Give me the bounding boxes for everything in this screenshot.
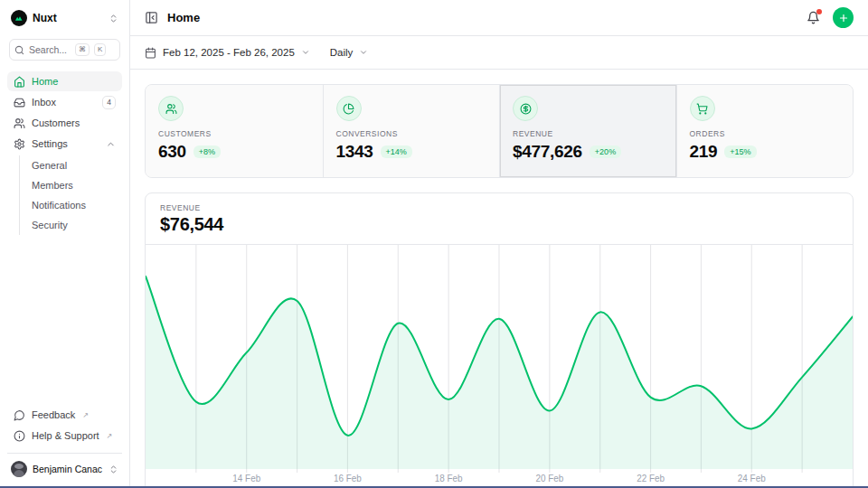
chart-title: REVENUE (160, 203, 838, 212)
search-icon (14, 45, 24, 55)
users-icon (158, 96, 184, 121)
period-value: Daily (330, 47, 354, 58)
stat-change-badge: +8% (193, 145, 221, 158)
sidebar-nav: Home Inbox 4 Customers Settings (7, 71, 122, 236)
inbox-icon (14, 97, 25, 108)
workspace-name: Nuxt (33, 12, 103, 24)
stat-change-badge: +15% (724, 145, 756, 158)
revenue-chart-card: REVENUE $76,544 14 Feb16 Feb18 Feb20 Feb… (145, 192, 854, 488)
sidebar-item-settings[interactable]: Settings (7, 134, 122, 154)
stat-label: REVENUE (513, 129, 664, 138)
svg-text:22 Feb: 22 Feb (637, 474, 665, 483)
info-circle-icon (14, 430, 25, 442)
svg-text:24 Feb: 24 Feb (738, 474, 766, 483)
feedback-link[interactable]: Feedback↗ (7, 405, 122, 425)
gear-icon (14, 138, 25, 150)
stat-value: 219 (690, 142, 718, 162)
sidebar: Nuxt ⌘ K Home Inbo (0, 0, 130, 488)
filter-toolbar: Feb 12, 2025 - Feb 26, 2025 Daily (130, 36, 868, 70)
sidebar-item-customers[interactable]: Customers (7, 113, 122, 133)
dashboard-content: CUSTOMERS 630 +8% CONVERSIONS 1343 +14% (130, 70, 868, 488)
period-select[interactable]: Daily (330, 47, 369, 58)
pie-chart-icon (336, 96, 362, 121)
date-range-picker[interactable]: Feb 12, 2025 - Feb 26, 2025 (145, 47, 310, 59)
search-input[interactable]: ⌘ K (9, 39, 120, 61)
collapse-sidebar-button[interactable] (145, 11, 158, 24)
stat-change-badge: +14% (381, 145, 412, 158)
sidebar-item-label: Customers (32, 117, 80, 128)
chevron-down-icon (359, 48, 368, 57)
svg-text:20 Feb: 20 Feb (535, 474, 563, 483)
workspace-switcher[interactable]: Nuxt (7, 7, 122, 29)
chevrons-up-down-icon (108, 14, 118, 23)
add-button[interactable] (833, 7, 854, 28)
sidebar-item-notifications[interactable]: Notifications (20, 195, 122, 215)
chevron-down-icon (301, 48, 310, 57)
calendar-icon (145, 47, 156, 59)
message-circle-icon (14, 409, 25, 421)
stat-card-customers[interactable]: CUSTOMERS 630 +8% (146, 85, 323, 177)
svg-text:14 Feb: 14 Feb (232, 474, 260, 483)
date-range-value: Feb 12, 2025 - Feb 26, 2025 (163, 47, 295, 58)
stats-row: CUSTOMERS 630 +8% CONVERSIONS 1343 +14% (145, 84, 854, 178)
stat-label: CONVERSIONS (336, 129, 487, 138)
app-window: Nuxt ⌘ K Home Inbo (0, 0, 868, 488)
help-support-label: Help & Support (32, 430, 99, 441)
help-support-link[interactable]: Help & Support↗ (7, 426, 122, 446)
stat-value: 1343 (336, 142, 373, 162)
main-header: Home (130, 0, 868, 36)
users-icon (14, 117, 25, 129)
chevrons-up-down-icon (108, 465, 118, 474)
stat-card-conversions[interactable]: CONVERSIONS 1343 +14% (323, 85, 500, 177)
shopping-cart-icon (690, 96, 715, 121)
chevron-up-icon (106, 139, 116, 149)
stat-label: ORDERS (690, 129, 841, 138)
svg-text:16 Feb: 16 Feb (334, 474, 362, 483)
kbd-k: K (94, 43, 106, 56)
stat-label: CUSTOMERS (158, 129, 310, 138)
stat-value: 630 (158, 142, 186, 162)
stat-change-badge: +20% (590, 145, 621, 158)
circle-dollar-icon (513, 96, 538, 121)
sidebar-item-label: Settings (32, 138, 68, 149)
settings-subnav: General Members Notifications Security (19, 155, 122, 235)
chart-current-value: $76,544 (160, 214, 838, 235)
header-actions (807, 7, 854, 28)
sidebar-item-label: Home (32, 76, 58, 87)
avatar (11, 461, 27, 477)
plus-icon (838, 13, 849, 23)
sidebar-item-home[interactable]: Home (7, 71, 122, 91)
search-field[interactable] (29, 44, 71, 55)
notifications-button[interactable] (807, 11, 820, 24)
user-menu[interactable]: Benjamin Canac (7, 453, 122, 479)
sidebar-item-inbox[interactable]: Inbox 4 (7, 92, 122, 112)
sidebar-item-members[interactable]: Members (20, 175, 122, 195)
stat-card-orders[interactable]: ORDERS 219 +15% (676, 85, 854, 177)
home-icon (14, 76, 25, 88)
svg-text:18 Feb: 18 Feb (435, 474, 463, 483)
stat-value: $477,626 (513, 142, 582, 162)
revenue-chart[interactable]: 14 Feb16 Feb18 Feb20 Feb22 Feb24 Feb (146, 245, 853, 487)
notification-dot (816, 9, 822, 14)
main-area: Home Feb 12, 2025 - Feb 26, 2025 (130, 0, 868, 488)
sidebar-footer: Feedback↗ Help & Support↗ Benjamin Canac (7, 405, 122, 479)
chart-header: REVENUE $76,544 (146, 193, 853, 245)
kbd-cmd: ⌘ (75, 43, 90, 56)
sidebar-item-label: Inbox (32, 97, 56, 108)
page-title: Home (167, 11, 200, 24)
sidebar-item-general[interactable]: General (20, 155, 122, 175)
user-name: Benjamin Canac (33, 464, 103, 474)
inbox-count-badge: 4 (102, 96, 116, 109)
external-link-icon: ↗ (82, 411, 89, 419)
stat-card-revenue[interactable]: REVENUE $477,626 +20% (499, 85, 676, 177)
nuxt-logo-icon (11, 10, 27, 26)
external-link-icon: ↗ (107, 432, 113, 440)
sidebar-item-security[interactable]: Security (20, 215, 122, 235)
feedback-label: Feedback (32, 409, 75, 420)
